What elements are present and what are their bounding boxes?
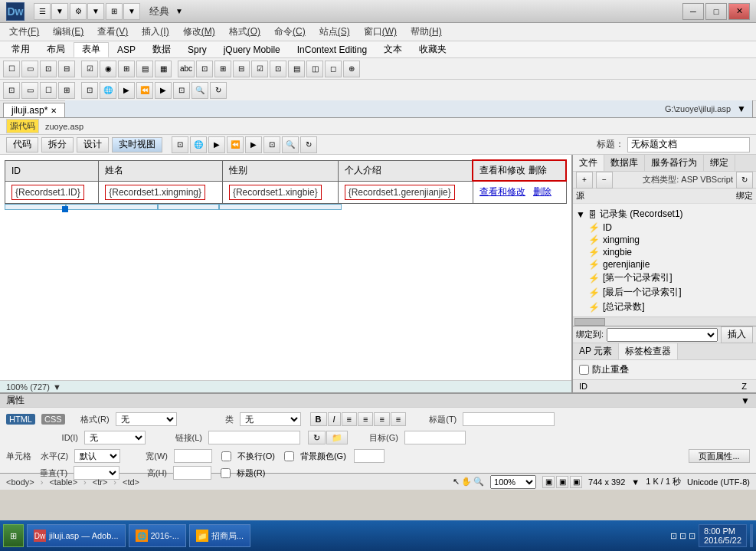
align-right-btn[interactable]: ≡ (374, 412, 389, 426)
tool-btn-11[interactable]: ⊡ (196, 61, 213, 77)
status-tr-tag[interactable]: <tr> (93, 477, 108, 487)
tool-btn-2[interactable]: ▭ (21, 61, 38, 77)
tree-item-gerenjianjie[interactable]: ⚡ gerenjianjie (588, 258, 753, 271)
prevent-overlap-checkbox[interactable] (579, 365, 589, 375)
align-left-btn[interactable]: ≡ (342, 412, 357, 426)
tool-btn-13[interactable]: ⊟ (233, 61, 250, 77)
action-view-link[interactable]: 查看和修改 (479, 186, 525, 197)
minimize-button[interactable]: ─ (682, 3, 704, 20)
dynamic-name[interactable]: {Recordset1.xingming} (105, 185, 205, 200)
align-justify-btn[interactable]: ≡ (391, 412, 406, 426)
toolbar-icon-1[interactable]: ☰ (34, 3, 51, 20)
tool-btn-5[interactable]: ☑ (81, 61, 98, 77)
toolbar-icon-5[interactable]: ⊞ (106, 3, 123, 20)
toolbar-icon-3[interactable]: ⚙ (70, 3, 87, 20)
menu-file[interactable]: 文件(F) (3, 24, 45, 40)
tool2-btn-11[interactable]: 🔍 (191, 82, 208, 99)
css-tag[interactable]: CSS (41, 414, 65, 425)
dynamic-intro[interactable]: {Recordset1.gerenjianjie} (345, 185, 455, 200)
class-select[interactable]: 无 (240, 412, 301, 426)
tool-btn-16[interactable]: ▤ (288, 61, 305, 77)
tool-btn-7[interactable]: ⊞ (118, 61, 135, 77)
view-icon-1[interactable]: ▣ (542, 476, 555, 488)
tool2-btn-10[interactable]: ⊡ (173, 82, 190, 99)
view-tool-3[interactable]: ▶ (208, 136, 225, 153)
dynamic-gender[interactable]: {Recordset1.xingbie} (229, 185, 322, 200)
menu-format[interactable]: 格式(O) (223, 24, 267, 40)
menu-site[interactable]: 站点(S) (313, 24, 356, 40)
title-prop-input[interactable] (463, 412, 555, 426)
view-tool-4[interactable]: ⏪ (227, 136, 244, 153)
status-td-tag[interactable]: <td> (123, 477, 139, 487)
title-input[interactable] (627, 137, 750, 153)
tab-text[interactable]: 文本 (375, 42, 411, 57)
format-select[interactable]: 无 (116, 412, 177, 426)
scrollbar-thumb[interactable] (574, 318, 605, 326)
right-tab-db[interactable]: 数据库 (604, 155, 645, 171)
tree-item-xingbie[interactable]: ⚡ xingbie (588, 246, 753, 258)
ap-elements-tab[interactable]: AP 元素 (573, 343, 619, 359)
taskbar-dw-btn[interactable]: Dw jiluji.asp — Adob... (27, 524, 126, 547)
tag-inspector-tab[interactable]: 标签检查器 (619, 343, 678, 359)
view-tool-5[interactable]: ▶ (245, 136, 262, 153)
tool-btn-9[interactable]: ▦ (155, 61, 172, 77)
tool2-btn-1[interactable]: ⊡ (3, 82, 20, 99)
toolbar-icon-4[interactable]: ▼ (87, 3, 104, 20)
tool2-btn-9[interactable]: ▶ (155, 82, 172, 99)
filter-icon[interactable]: ▼ (737, 103, 746, 114)
html-tag[interactable]: HTML (6, 414, 35, 425)
tool-btn-14[interactable]: ☑ (251, 61, 268, 77)
menu-edit[interactable]: 编辑(E) (47, 24, 90, 40)
view-design-btn[interactable]: 设计 (77, 137, 109, 153)
tree-root[interactable]: ▼ 🗄 记录集 (Recordset1) (576, 207, 753, 221)
tab-asp[interactable]: ASP (109, 42, 144, 57)
close-button[interactable]: ✕ (728, 3, 750, 20)
menu-insert[interactable]: 插入(I) (136, 24, 175, 40)
view-tool-6[interactable]: ⊡ (263, 136, 280, 153)
action-del-link[interactable]: 删除 (533, 186, 551, 197)
tool-btn-3[interactable]: ⊡ (40, 61, 57, 77)
tool2-btn-3[interactable]: ☐ (40, 82, 57, 99)
h-scrollbar[interactable] (573, 316, 756, 326)
file-tab-jiluji[interactable]: jiluji.asp* ✕ (3, 103, 65, 117)
link-btn-2[interactable]: 📁 (326, 431, 348, 444)
menu-command[interactable]: 命令(C) (268, 24, 312, 40)
tab-incontext[interactable]: InContext Editing (289, 42, 375, 57)
menu-modify[interactable]: 修改(M) (177, 24, 221, 40)
no-wrap-checkbox[interactable] (221, 451, 231, 461)
id-select[interactable]: 无 (84, 431, 146, 444)
dropdown-arrow[interactable]: ▼ (175, 7, 183, 15)
status-table-tag[interactable]: <table> (49, 477, 77, 487)
panel-minus-btn[interactable]: − (596, 172, 613, 189)
height-input[interactable] (173, 466, 211, 480)
dimensions-arrow[interactable]: ▼ (631, 477, 640, 487)
tree-item-total[interactable]: ⚡ [总记录数] (588, 300, 753, 314)
tool-btn-19[interactable]: ⊕ (343, 61, 360, 77)
tab-data[interactable]: 数据 (144, 42, 179, 57)
page-props-btn[interactable]: 页面属性... (689, 449, 750, 463)
link-input[interactable] (208, 431, 300, 444)
start-button[interactable]: ⊞ (3, 524, 24, 547)
tool-btn-4[interactable]: ⊟ (58, 61, 75, 77)
zoom-select[interactable]: 100% (490, 475, 536, 489)
tree-item-id[interactable]: ⚡ ID (588, 221, 753, 234)
tool2-btn-4[interactable]: ⊞ (58, 82, 75, 99)
toolbar-icon-2[interactable]: ▼ (51, 3, 68, 20)
right-tab-server[interactable]: 服务器行为 (645, 155, 704, 171)
bg-color-input[interactable] (354, 449, 385, 463)
tool-btn-12[interactable]: ⊞ (214, 61, 231, 77)
view-tool-8[interactable]: ↻ (300, 136, 317, 153)
show-desktop-btn[interactable] (750, 524, 753, 547)
tree-item-xingming[interactable]: ⚡ xingming (588, 234, 753, 246)
header-checkbox[interactable] (221, 468, 231, 478)
tool-btn-8[interactable]: ▤ (136, 61, 153, 77)
tab-jquery-mobile[interactable]: jQuery Mobile (215, 42, 289, 57)
tool2-btn-6[interactable]: 🌐 (100, 82, 116, 99)
zoom-icon[interactable]: 🔍 (473, 477, 484, 487)
align-center-btn[interactable]: ≡ (358, 412, 373, 426)
dynamic-id[interactable]: {Recordset1.ID} (11, 185, 84, 200)
tool2-btn-12[interactable]: ↻ (210, 82, 227, 99)
tool-btn-15[interactable]: ⊡ (270, 61, 286, 77)
tool-btn-1[interactable]: ☐ (3, 61, 20, 77)
prop-expand-icon[interactable]: ▼ (741, 395, 750, 406)
